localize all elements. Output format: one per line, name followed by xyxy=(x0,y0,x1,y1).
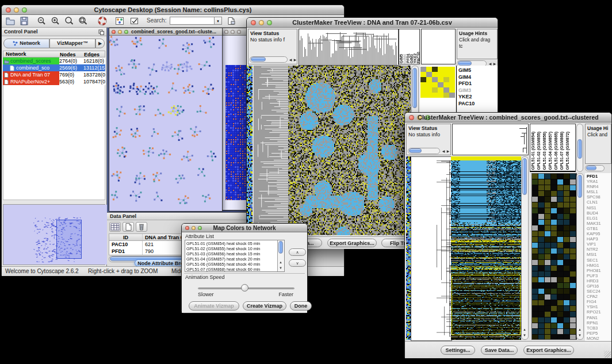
float-panel-icon[interactable] xyxy=(98,29,104,38)
new-attribute-icon[interactable] xyxy=(123,222,134,232)
scroll-up-icon[interactable]: ▲ xyxy=(577,327,582,332)
move-down-button[interactable]: ∨ xyxy=(289,259,306,267)
usage-hints-hscrollbar[interactable] xyxy=(585,165,605,171)
scroll-down-icon[interactable]: ▼ xyxy=(577,333,582,338)
help-ring-icon[interactable] xyxy=(97,16,109,26)
scroll-left-icon[interactable]: ◀ xyxy=(441,149,446,154)
gene-label: MSI1 xyxy=(587,252,611,257)
tab-network[interactable]: Network xyxy=(3,39,49,48)
control-panel-header: Control Panel xyxy=(2,28,106,36)
close-button[interactable] xyxy=(224,30,228,34)
column-labels[interactable]: GIM5GIM4PFD1GIM3YKE2PAC10 xyxy=(399,29,420,64)
search-input[interactable] xyxy=(170,17,215,25)
network-tab-icon xyxy=(13,41,18,46)
minimize-button[interactable] xyxy=(231,30,235,34)
scroll-up-icon[interactable]: ▲ xyxy=(278,260,283,265)
network-overview-panel[interactable] xyxy=(3,204,105,265)
view-status-hscrollbar[interactable] xyxy=(408,148,440,154)
document-icon xyxy=(4,79,9,84)
network-view-window: combined_scores_good.txt--cluste... xyxy=(109,28,223,212)
gene-label: CLN1 xyxy=(587,200,611,205)
list-item[interactable]: GPL51-06 (GSM865) heat shock 40 min xyxy=(185,262,277,267)
table-row[interactable]: combined_scores 2764(0) 16218(0) xyxy=(3,58,105,64)
gene-label: RPO21 xyxy=(587,309,611,315)
network-canvas[interactable] xyxy=(109,36,222,211)
heatmap-canvas[interactable] xyxy=(451,156,521,340)
scroll-right-icon[interactable]: ▶ xyxy=(446,149,450,154)
network-table-header[interactable]: Network Nodes Edges xyxy=(3,51,105,58)
treeview1-titlebar[interactable]: ClusterMaker TreeView : DNA and Tran 07-… xyxy=(247,18,498,28)
delete-attribute-icon[interactable] xyxy=(136,222,147,232)
zoom-vscrollbar[interactable]: ▲ ▼ xyxy=(576,173,584,340)
list-item[interactable]: GPL51-04 (GSM857) heat shock 20 min xyxy=(185,256,277,262)
heatmap-canvas[interactable] xyxy=(288,66,411,235)
network-canvas-2[interactable] xyxy=(225,65,249,200)
save-data-button[interactable]: Save Data... xyxy=(481,346,518,355)
tab-vizmapper[interactable]: VizMapper™ xyxy=(49,39,95,48)
treeview2-titlebar[interactable]: ClusterMaker TreeView : combined_scores_… xyxy=(405,113,611,122)
list-item[interactable]: GPL51-07 (GSM868) heat shock 60 min xyxy=(185,267,277,272)
scroll-right-icon[interactable]: ▶ xyxy=(293,58,297,62)
treeview2-title: ClusterMaker TreeView : combined_scores_… xyxy=(405,113,611,122)
usage-hints-title: Usage Hi xyxy=(587,125,608,131)
network-overview-canvas[interactable] xyxy=(3,205,107,265)
cytoscape-titlebar[interactable]: Cytoscape Desktop (Session Name: collins… xyxy=(2,5,344,15)
search-label: Search: xyxy=(147,17,166,24)
zoom-actual-icon[interactable] xyxy=(64,16,75,26)
column-dendrogram-area[interactable] xyxy=(452,124,529,155)
table-row[interactable]: DNA and Tran 07 769(0) 183728(0) xyxy=(3,71,105,78)
import-table-icon[interactable] xyxy=(226,16,238,26)
list-vscrollbar[interactable]: ▲ ▼ xyxy=(277,240,284,271)
list-item[interactable]: GPL51-03 (GSM856) heat shock 15 min xyxy=(185,251,277,256)
column-dendrogram-canvas[interactable] xyxy=(299,29,399,66)
resize-grip[interactable] xyxy=(604,351,611,358)
dialog-titlebar[interactable]: Map Colors to Network xyxy=(182,224,307,232)
gene-label: PUF3 xyxy=(587,273,611,278)
global-overview-strip[interactable] xyxy=(247,66,253,235)
settings-button[interactable]: Settings... xyxy=(441,346,475,355)
view-status-hscrollbar[interactable] xyxy=(250,56,288,63)
open-file-icon[interactable] xyxy=(5,16,17,26)
global-overview-strip[interactable] xyxy=(406,156,411,340)
create-vizmap-button[interactable]: Create Vizmap xyxy=(243,301,286,311)
gene-list[interactable]: PFD1YRA1RNR4MSL1SPC98CLN1NIS1BUD4ELG1MAK… xyxy=(585,173,611,341)
table-row[interactable]: RNAPuberNov2+ 563(0) 107847(0) xyxy=(3,78,105,85)
scroll-up-icon[interactable]: ▲ xyxy=(522,327,527,332)
scroll-down-icon[interactable]: ▼ xyxy=(278,266,283,270)
zoom-heatmap-canvas[interactable] xyxy=(531,173,577,340)
zoom-button[interactable] xyxy=(237,30,241,34)
animation-speed-label: Animation Speed xyxy=(185,274,225,280)
vizmapper-icon[interactable] xyxy=(114,16,126,26)
select-attributes-icon[interactable] xyxy=(109,222,121,232)
network-table-body[interactable] xyxy=(3,85,105,200)
animate-vizmap-button[interactable]: Animate Vizmap xyxy=(189,301,239,311)
zoom-fit-icon[interactable] xyxy=(78,16,89,26)
list-item[interactable]: GPL51-02 (GSM855) heat shock 10 min xyxy=(185,246,277,251)
table-row-selected[interactable]: combined_sco 2569(6) 13112(15) xyxy=(3,64,105,71)
export-graphics-button[interactable]: Export Graphics... xyxy=(327,239,377,247)
zoom-in-icon[interactable] xyxy=(50,16,62,26)
zoom-out-icon[interactable] xyxy=(36,16,48,26)
row-dendrogram-canvas[interactable] xyxy=(254,66,288,235)
annotation-icon[interactable] xyxy=(129,16,141,26)
done-button[interactable]: Done xyxy=(290,301,312,311)
network-table: Network Nodes Edges combined_scores 2764… xyxy=(3,51,105,200)
network-window-titlebar[interactable]: combined_scores_good.txt--cluste... xyxy=(109,28,222,36)
attribute-list[interactable]: GPL51-01 (GSM854) heat shock 05 minGPL51… xyxy=(185,240,285,272)
tab-overflow-icon[interactable]: ▶ xyxy=(95,39,105,48)
column-labels[interactable]: GPL51-01 (GSM854)GPL51-02 (GSM855)GPL51-… xyxy=(530,124,576,172)
export-graphics-button[interactable]: Export Graphics... xyxy=(523,346,574,355)
view-status-text: No status info f xyxy=(250,37,285,43)
row-dendrogram-canvas[interactable] xyxy=(411,156,452,341)
heatmap-vscrollbar[interactable]: ▲ ▼ xyxy=(521,156,529,340)
move-up-button[interactable]: ∧ xyxy=(289,248,306,256)
scroll-left-icon[interactable]: ◀ xyxy=(288,58,293,62)
scroll-down-icon[interactable]: ▼ xyxy=(522,333,527,338)
column-labels-vscrollbar[interactable] xyxy=(576,124,583,172)
search-dropdown-icon[interactable]: ▾ xyxy=(215,17,222,25)
gene-label: SEC24 xyxy=(587,289,611,294)
list-item[interactable]: GPL51-01 (GSM854) heat shock 05 min xyxy=(185,241,277,246)
save-icon[interactable] xyxy=(19,16,30,26)
animation-speed-slider-thumb[interactable] xyxy=(241,284,248,292)
zoom-heatmap-canvas[interactable] xyxy=(420,67,455,99)
